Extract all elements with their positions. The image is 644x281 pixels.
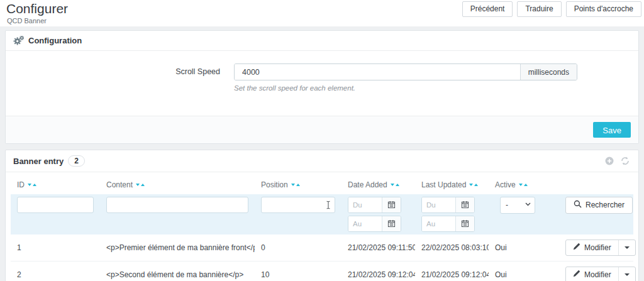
- column-header[interactable]: Active: [489, 172, 559, 194]
- search-icon: [574, 200, 582, 210]
- date-added-from-calendar-button[interactable]: [382, 197, 401, 212]
- header-action-button[interactable]: Points d'accroche: [566, 1, 641, 17]
- sort-desc-icon[interactable]: [291, 184, 295, 186]
- caret-down-icon: [625, 273, 630, 276]
- calendar-icon: [387, 220, 396, 229]
- calendar-icon: [461, 220, 469, 229]
- cell-active: Oui: [489, 261, 559, 281]
- page-header: Configurer QCD Banner Précédent Traduire…: [0, 0, 644, 26]
- save-button[interactable]: Save: [593, 122, 631, 138]
- filter-date-added-from-input[interactable]: [348, 197, 382, 212]
- sort-icons: [519, 184, 528, 186]
- configuration-panel-title: Configuration: [28, 36, 82, 45]
- cell-last-updated: 22/02/2025 08:03:10: [415, 234, 489, 262]
- scroll-speed-input[interactable]: [235, 64, 520, 80]
- filter-date-added-from-group: [348, 197, 401, 213]
- scroll-speed-label: Scroll Speed: [6, 63, 234, 92]
- sort-asc-icon[interactable]: [524, 184, 528, 186]
- page-subtitle: QCD Banner: [7, 17, 47, 25]
- banner-entry-panel: Banner entry 2: [5, 150, 639, 281]
- filter-row: -: [11, 194, 633, 216]
- refresh-list-button[interactable]: [619, 157, 631, 165]
- sort-asc-icon[interactable]: [141, 184, 145, 186]
- caret-down-icon: [625, 246, 630, 249]
- filter-last-updated-to-input[interactable]: [422, 216, 455, 231]
- calendar-icon: [387, 201, 396, 211]
- configuration-panel-heading: Configuration: [6, 31, 638, 51]
- column-label: Last Updated: [421, 180, 466, 189]
- banner-entry-heading: Banner entry 2: [6, 150, 638, 172]
- modify-button-main[interactable]: Modifier: [566, 240, 618, 255]
- cell-active: Oui: [489, 234, 559, 262]
- sort-icons: [28, 184, 36, 186]
- sort-desc-icon[interactable]: [391, 184, 394, 186]
- filter-last-updated-from-group: [421, 197, 475, 213]
- cell-date-added: 21/02/2025 09:11:50: [341, 234, 415, 262]
- sort-asc-icon[interactable]: [33, 184, 36, 186]
- table-header-row: ID Content Position Date Added: [11, 172, 633, 194]
- cell-date-added: 21/02/2025 09:12:04: [341, 261, 415, 281]
- configuration-form: Scroll Speed milliseconds Set the scroll…: [6, 51, 638, 116]
- cell-content: <p>Second élément de ma bannière</p>: [100, 261, 255, 281]
- sort-icons: [391, 184, 399, 186]
- cell-last-updated: 21/02/2025 09:12:04: [415, 261, 489, 281]
- cell-position: 10: [255, 261, 341, 281]
- last-updated-to-calendar-button[interactable]: [455, 216, 474, 231]
- filter-last-updated-from-input[interactable]: [422, 197, 455, 212]
- cogs-icon: [13, 36, 24, 45]
- modify-button[interactable]: Modifier: [565, 240, 636, 256]
- modify-dropdown-toggle[interactable]: [618, 240, 635, 255]
- page-title: Configurer: [6, 1, 68, 16]
- column-header[interactable]: Position: [255, 172, 341, 194]
- configuration-panel-footer: Save: [6, 116, 638, 143]
- modify-button-main[interactable]: Modifier: [566, 267, 618, 281]
- header-action-button[interactable]: Traduire: [517, 1, 561, 17]
- column-label: Active: [495, 180, 516, 189]
- sort-icons: [469, 184, 478, 186]
- banner-entries-table: ID Content Position Date Added: [11, 172, 633, 281]
- pencil-icon: [573, 243, 580, 252]
- entry-count-badge: 2: [68, 155, 85, 167]
- add-entry-button[interactable]: [604, 157, 615, 165]
- filter-content-input[interactable]: [106, 197, 248, 213]
- sort-asc-icon[interactable]: [474, 184, 478, 186]
- search-button[interactable]: Rechercher: [565, 197, 633, 214]
- last-updated-from-calendar-button[interactable]: [455, 197, 474, 212]
- modify-dropdown-toggle[interactable]: [618, 267, 635, 281]
- scroll-speed-unit: milliseconds: [520, 64, 577, 80]
- scroll-speed-help: Set the scroll speed for each element.: [234, 84, 577, 92]
- sort-desc-icon[interactable]: [469, 184, 473, 186]
- refresh-icon: [621, 158, 630, 167]
- header-action-button[interactable]: Précédent: [462, 1, 513, 17]
- calendar-icon: [461, 201, 469, 211]
- configuration-panel: Configuration Scroll Speed milliseconds …: [5, 30, 639, 144]
- filter-active-select[interactable]: -: [500, 197, 535, 214]
- column-label: Date Added: [348, 180, 387, 189]
- filter-position-input[interactable]: [261, 197, 335, 213]
- modify-button[interactable]: Modifier: [565, 267, 636, 281]
- sort-desc-icon[interactable]: [28, 184, 31, 186]
- sort-icons: [291, 184, 300, 186]
- column-header[interactable]: Last Updated: [415, 172, 489, 194]
- search-button-label: Rechercher: [586, 201, 625, 209]
- column-header[interactable]: ID: [11, 172, 100, 194]
- plus-circle-icon: [605, 158, 614, 167]
- banner-entry-title: Banner entry: [13, 157, 64, 166]
- scroll-speed-input-group: milliseconds: [234, 63, 577, 80]
- sort-asc-icon[interactable]: [296, 184, 300, 186]
- column-header[interactable]: [559, 172, 633, 194]
- filter-date-added-to-group: [348, 216, 401, 232]
- sort-desc-icon[interactable]: [519, 184, 523, 186]
- filter-last-updated-to-group: [421, 216, 475, 232]
- filter-id-input[interactable]: [17, 197, 94, 213]
- column-header[interactable]: Content: [100, 172, 255, 194]
- modify-button-label: Modifier: [584, 270, 611, 279]
- column-label: ID: [17, 180, 25, 189]
- sort-asc-icon[interactable]: [396, 184, 399, 186]
- cell-id: 1: [11, 234, 100, 262]
- table-body: 1 <p>Premier élément de ma bannière fron…: [11, 234, 633, 281]
- sort-desc-icon[interactable]: [136, 184, 140, 186]
- filter-date-added-to-input[interactable]: [348, 216, 382, 231]
- date-added-to-calendar-button[interactable]: [382, 216, 401, 231]
- column-header[interactable]: Date Added: [341, 172, 415, 194]
